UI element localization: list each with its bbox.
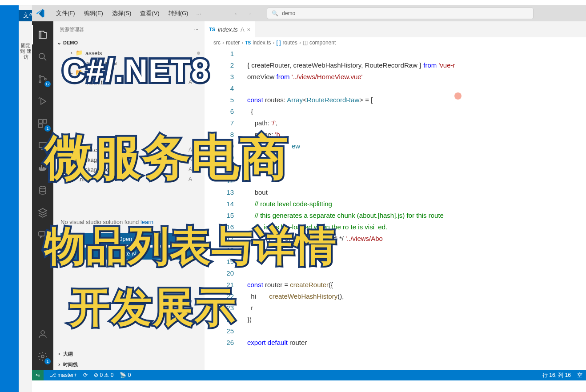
sidebar: 资源管理器 ··· ⌄ DEMO ›📁assets ›📁components ⌄… — [53, 21, 205, 370]
chevron-down-icon: ⌄ — [56, 40, 62, 46]
chevron-right-icon: › — [68, 60, 75, 66]
tree-file-pkg[interactable]: 🟥package.jsonA — [53, 164, 205, 174]
svg-rect-13 — [39, 232, 45, 236]
tab-close-icon[interactable]: × — [247, 26, 251, 33]
svg-rect-5 — [43, 120, 47, 123]
create-new-button[interactable]: ate N — [60, 248, 197, 260]
svg-point-3 — [44, 78, 46, 80]
remote-indicator[interactable]: ⇋ — [32, 370, 44, 380]
explorer-strip — [19, 5, 32, 392]
search-icon: 🔍 — [272, 10, 278, 16]
nav-forward-icon[interactable]: → — [246, 10, 252, 17]
tree-folder-components[interactable]: ›📁components — [53, 58, 205, 68]
chevron-right-icon: › — [68, 50, 75, 56]
tree-file-md[interactable]: 📄.mdA — [53, 174, 205, 184]
tab-filename: index.ts — [218, 26, 238, 33]
status-problems[interactable]: ⊘ 0 ⚠ 0 — [94, 372, 113, 378]
dot-icon — [197, 61, 200, 64]
vscode-window: 文件(F) 编辑(E) 选择(S) 查看(V) 转到(G) ··· ← → 🔍 … — [32, 5, 586, 380]
nav-arrows: ← → — [234, 10, 252, 17]
activity-search-icon[interactable] — [32, 47, 53, 67]
activity-extensions-icon[interactable]: 1 — [32, 114, 53, 133]
ext-badge: 1 — [44, 125, 51, 132]
svg-rect-11 — [41, 165, 42, 167]
editor-area: TS index.ts A × src› router› TSindex.ts›… — [205, 21, 586, 370]
activity-debug-icon[interactable] — [32, 92, 53, 111]
ts-icon: TS — [245, 40, 251, 45]
sidebar-header: 资源管理器 ··· — [53, 21, 205, 37]
activity-settings-icon[interactable]: 1 — [32, 347, 53, 366]
status-encoding[interactable]: 空 — [577, 372, 582, 379]
tree-folder-router[interactable]: ⌄📂router — [53, 68, 205, 77]
menu-select[interactable]: 选择(S) — [108, 8, 135, 19]
menu-overflow[interactable]: ··· — [196, 10, 201, 17]
svg-point-0 — [39, 53, 44, 59]
timeline-panel[interactable]: ›时间线 — [53, 359, 205, 370]
activity-scm-icon[interactable]: 17 — [32, 69, 53, 89]
activity-remote-icon[interactable] — [32, 136, 53, 156]
nav-back-icon[interactable]: ← — [234, 10, 240, 17]
open-solution-button[interactable]: Open so — [60, 233, 197, 245]
learn-link[interactable]: learn — [140, 219, 153, 225]
activity-explorer-icon[interactable] — [32, 25, 53, 44]
quick-access-label: 固定到 速访 — [20, 43, 32, 60]
svg-point-15 — [41, 355, 44, 358]
svg-point-12 — [40, 186, 46, 189]
search-text: demo — [282, 10, 295, 16]
ts-icon: TS — [209, 27, 215, 32]
svg-rect-10 — [43, 167, 44, 168]
activity-account-icon[interactable] — [32, 324, 53, 344]
editor-tabs: TS index.ts A × — [205, 21, 586, 37]
svg-rect-6 — [39, 124, 42, 128]
chevron-down-icon: ⌄ — [68, 69, 75, 76]
status-branch[interactable]: ⎇ master+ — [50, 372, 77, 378]
activity-database-icon[interactable] — [32, 180, 53, 200]
gutter: 1234567891011121314151617181920212223242… — [205, 48, 245, 370]
svg-point-2 — [39, 81, 41, 83]
tree-file-index[interactable]: TSindex.tsA — [53, 77, 205, 87]
tab-mark: A — [241, 26, 245, 33]
menu-view[interactable]: 查看(V) — [136, 8, 163, 19]
menu-edit[interactable]: 编辑(E) — [80, 8, 107, 19]
project-header[interactable]: ⌄ DEMO — [53, 37, 205, 48]
breadcrumb[interactable]: src› router› TSindex.ts› [ ]routes› ◫com… — [205, 37, 586, 48]
outline-panel[interactable]: ›大纲 — [53, 348, 205, 359]
folder-icon: 📁 — [76, 59, 83, 66]
sidebar-title: 资源管理器 — [60, 26, 84, 33]
activity-bar: 17 1 1 — [32, 21, 53, 370]
file-tree: ›📁assets ›📁components ⌄📂router TSindex.t… — [53, 48, 205, 188]
sidebar-more-icon[interactable]: ··· — [194, 27, 198, 32]
windows-titlebar — [0, 0, 586, 5]
chevron-right-icon: › — [56, 361, 62, 368]
code-body[interactable]: { createRouter, createWebHashHistory, Ro… — [245, 48, 586, 370]
error-marker-icon[interactable] — [454, 92, 462, 100]
tab-index-ts[interactable]: TS index.ts A × — [205, 21, 255, 37]
activity-docker-icon[interactable] — [32, 158, 53, 178]
cube-icon: ◫ — [303, 40, 308, 46]
no-solution-text: No visual studio solution found learn — [53, 214, 205, 230]
scm-badge: 17 — [44, 81, 51, 87]
bracket-icon: [ ] — [277, 40, 281, 46]
tree-file-babel[interactable]: 🟡babel.config.jsA — [53, 145, 205, 155]
statusbar: ⇋ ⎇ master+ ⟳ ⊘ 0 ⚠ 0 📡 0 行 16, 列 16 空 — [32, 370, 586, 380]
code-editor[interactable]: 1234567891011121314151617181920212223242… — [205, 48, 586, 370]
menubar: 文件(F) 编辑(E) 选择(S) 查看(V) 转到(G) ··· ← → 🔍 … — [32, 5, 586, 21]
folder-icon: 📁 — [76, 49, 83, 56]
menu-file[interactable]: 文件(F) — [52, 8, 79, 19]
svg-point-14 — [41, 331, 44, 334]
folder-open-icon: 📂 — [76, 69, 83, 76]
status-sync-icon[interactable]: ⟳ — [83, 372, 88, 378]
tree-folder-assets[interactable]: ›📁assets — [53, 48, 205, 58]
npm-file-icon: 🟥 — [68, 166, 76, 173]
main-area: 17 1 1 资源管理器 ··· ⌄ DEMO ›📁assets — [32, 21, 586, 370]
gear-badge: 1 — [44, 358, 51, 364]
activity-comments-icon[interactable] — [32, 225, 53, 244]
activity-layers-icon[interactable] — [32, 203, 53, 222]
tree-file-pkglock[interactable]: 🟥package-lock.jsonA — [53, 155, 205, 164]
status-line[interactable]: 行 16, 列 16 — [542, 372, 571, 379]
svg-rect-7 — [39, 143, 46, 148]
command-search[interactable]: 🔍 demo — [267, 8, 534, 19]
svg-rect-9 — [41, 167, 42, 168]
menu-go[interactable]: 转到(G) — [165, 8, 192, 19]
status-ports[interactable]: 📡 0 — [120, 372, 131, 378]
